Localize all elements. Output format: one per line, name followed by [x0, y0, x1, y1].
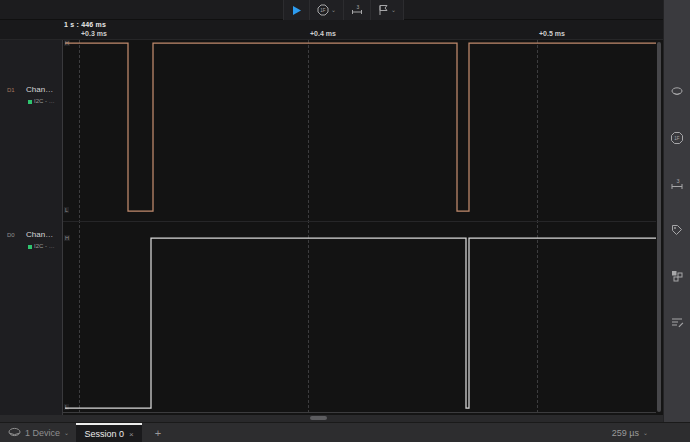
channel-d0-header[interactable]: D0 Chan… I2C - … — [0, 230, 63, 260]
trace-d0 — [65, 238, 656, 408]
device-icon — [8, 427, 21, 439]
device-lens-icon[interactable] — [669, 84, 685, 100]
add-session-button[interactable]: + — [150, 423, 166, 442]
start-capture-button[interactable] — [283, 0, 310, 20]
analyzer-dot-icon — [28, 245, 32, 249]
channel-id-label: D0 — [7, 232, 15, 238]
vertical-scrollbar[interactable] — [657, 42, 661, 412]
capture-mode-button[interactable]: 1F ⌄ — [310, 0, 344, 20]
waveform-viewport[interactable]: HLHL — [63, 40, 656, 413]
channel-name-label: Chan… — [26, 230, 53, 239]
measurements-icon[interactable]: 3 — [669, 176, 685, 192]
absolute-time-label: 1 s : 446 ms — [64, 21, 106, 28]
horizontal-scrollbar-thumb[interactable] — [310, 416, 327, 420]
octagon-1f-icon: 1F — [317, 4, 329, 16]
analyzer-label: I2C - … — [34, 243, 55, 249]
channel-id-label: D1 — [7, 87, 15, 93]
time-scale-value: 259 µs — [612, 428, 639, 438]
bottom-status-bar: 1 Device ⌄ Session 0 × + 259 µs ⌄ — [0, 422, 690, 442]
measurement-button[interactable]: 3 — [344, 0, 371, 20]
channel-d1-header[interactable]: D1 Chan… I2C - … — [0, 85, 63, 115]
svg-text:3: 3 — [676, 178, 679, 184]
chevron-down-icon: ⌄ — [64, 430, 69, 436]
right-sidebar: 1F 3 — [663, 0, 690, 442]
channel-name-label: Chan… — [26, 85, 53, 94]
close-tab-icon[interactable]: × — [129, 430, 134, 439]
session-tab[interactable]: Session 0 × — [76, 423, 142, 442]
extensions-icon[interactable] — [669, 268, 685, 284]
time-scale-selector[interactable]: 259 µs ⌄ — [612, 423, 648, 442]
channel-label-panel: D1 Chan… I2C - … D0 Chan… I2C - … — [0, 40, 63, 415]
horizontal-scrollbar-track[interactable] — [0, 415, 663, 422]
ruler-tick-label: +0.3 ms — [81, 30, 107, 37]
chevron-down-icon: ⌄ — [391, 7, 396, 13]
time-ruler[interactable]: 1 s : 446 ms +0.3 ms+0.4 ms+0.5 ms — [0, 20, 663, 40]
svg-text:1F: 1F — [320, 8, 326, 13]
logic-analyzer-app: 1F ⌄ 3 — [0, 0, 690, 442]
flag-icon — [378, 4, 389, 16]
svg-text:1F: 1F — [674, 136, 680, 141]
annotations-tag-icon[interactable] — [669, 222, 685, 238]
analyzer-label: I2C - … — [34, 98, 55, 104]
capture-notes-icon[interactable] — [669, 314, 685, 330]
capture-controls: 1F ⌄ 3 — [283, 0, 404, 20]
digital-traces — [63, 40, 656, 413]
marker-flag-button[interactable]: ⌄ — [371, 0, 404, 20]
ruler-tick-label: +0.5 ms — [539, 30, 565, 37]
play-icon — [291, 5, 302, 16]
session-tab-label: Session 0 — [84, 429, 124, 439]
trace-d1 — [65, 43, 656, 211]
chevron-down-icon: ⌄ — [331, 7, 336, 13]
device-count-label: 1 Device — [25, 428, 60, 438]
analyzer-dot-icon — [28, 100, 32, 104]
analyzers-icon[interactable]: 1F — [669, 130, 685, 146]
ruler-icon: 3 — [351, 4, 363, 16]
top-toolbar: 1F ⌄ 3 — [0, 0, 663, 20]
device-selector[interactable]: 1 Device ⌄ — [8, 423, 69, 442]
chevron-down-icon: ⌄ — [643, 430, 648, 436]
ruler-tick-label: +0.4 ms — [310, 30, 336, 37]
svg-text:3: 3 — [357, 4, 360, 10]
